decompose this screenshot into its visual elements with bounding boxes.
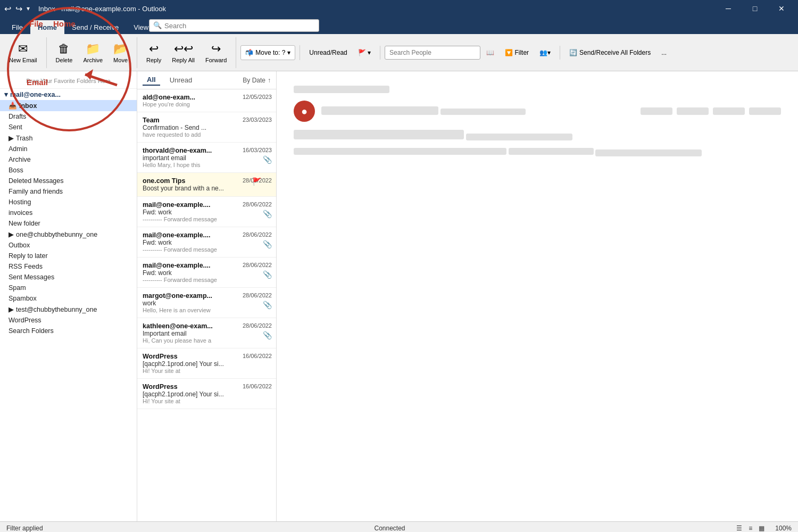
sidebar-item-search-folders[interactable]: Search Folders	[0, 326, 137, 336]
sidebar-item-admin[interactable]: Admin	[0, 144, 137, 154]
attachment-icon: 📎	[263, 210, 272, 218]
hosting-label: Hosting	[9, 198, 31, 206]
reply-all-button[interactable]: ↩↩ Reply All	[167, 37, 200, 68]
sidebar-item-sent[interactable]: Sent	[0, 122, 137, 132]
email-preview: Hope you're doing	[143, 101, 271, 107]
sidebar: Drag Your Favorite Folders Here ▾ mail@o…	[0, 71, 137, 521]
email-item[interactable]: thorvald@one-exam... important email Hel…	[137, 143, 276, 173]
action-btn-blurred-3	[713, 107, 745, 115]
search-people-input[interactable]	[385, 46, 480, 60]
email-item[interactable]: mail@one-example.... Fwd: work ---------…	[137, 197, 276, 227]
sidebar-item-trash[interactable]: ▶ Trash	[0, 132, 137, 144]
email-item[interactable]: mail@one-example.... Fwd: work ---------…	[137, 257, 276, 288]
zoom-level: 100%	[775, 525, 792, 532]
tab-home[interactable]: Home	[30, 20, 64, 34]
sidebar-item-wordpress[interactable]: WordPress	[0, 315, 137, 326]
email-item[interactable]: one.com Tips Boost your brand with a ne.…	[137, 173, 276, 197]
email-date: 28/06/2022	[243, 201, 272, 207]
sort-area[interactable]: By Date ↑	[243, 77, 271, 84]
sidebar-account-main[interactable]: ▾ mail@one-exa...	[0, 89, 137, 100]
reading-sender-row: ●	[294, 101, 781, 122]
email-preview: ---------- Forwarded message	[143, 246, 271, 253]
new-email-icon: ✉	[18, 42, 28, 56]
send-receive-all-button[interactable]: 🔄 Send/Receive All Folders	[564, 46, 655, 60]
archive-button[interactable]: 📁 Archive	[78, 37, 107, 68]
forward-label: Forward	[205, 57, 227, 63]
sidebar-item-outbox[interactable]: Outbox	[0, 240, 137, 251]
action-btn-blurred-1	[641, 107, 672, 115]
sidebar-item-inbox[interactable]: 📥 Inbox	[0, 100, 137, 111]
minimize-button[interactable]: ─	[716, 0, 741, 17]
sidebar-item-deleted-messages[interactable]: Deleted Messages	[0, 176, 137, 186]
view-icon-3[interactable]: ▦	[759, 525, 764, 532]
delete-button[interactable]: 🗑 Delete	[51, 37, 78, 68]
reply-group: ↩ Reply ↩↩ Reply All ↪ Forward	[142, 37, 236, 68]
archive-icon: 📁	[86, 42, 100, 56]
forward-button[interactable]: ↪ Forward	[201, 37, 231, 68]
view-icon-1[interactable]: ☰	[736, 525, 742, 532]
move-to-button[interactable]: 📬 Move to: ? ▾	[240, 45, 295, 60]
rss-feeds-label: RSS Feeds	[9, 263, 43, 270]
email-preview: Hello, Here is an overview	[143, 307, 271, 313]
view-icon-2[interactable]: ≡	[749, 525, 752, 532]
app-title: Inbox - mail@one-example.com - Outlook	[38, 5, 166, 13]
sidebar-item-boss[interactable]: Boss	[0, 165, 137, 176]
email-item[interactable]: WordPress [qacph2.1prod.one] Your si... …	[137, 379, 276, 409]
sidebar-item-rss-feeds[interactable]: RSS Feeds	[0, 261, 137, 272]
unread-read-button[interactable]: Unread/Read	[304, 46, 352, 60]
new-email-button[interactable]: ✉ New Email	[4, 37, 42, 68]
move-icon: 📂	[113, 42, 128, 56]
email-item[interactable]: margot@one-examp... work Hello, Here is …	[137, 288, 276, 318]
sidebar-item-hosting[interactable]: Hosting	[0, 197, 137, 207]
search-input[interactable]	[149, 19, 319, 32]
email-sender: mail@one-example....	[143, 231, 238, 239]
subject-blurred	[294, 130, 464, 139]
reply-all-icon: ↩↩	[174, 42, 193, 56]
sidebar-item-one-chubby[interactable]: ▶ one@chubbythebunny_one	[0, 229, 137, 240]
tab-send-receive[interactable]: Send / Receive	[64, 20, 126, 34]
maximize-button[interactable]: □	[743, 0, 767, 17]
flag-icon: 🚩	[358, 49, 366, 56]
test-chubby-expand-icon: ▶	[9, 305, 14, 313]
email-date: 12/05/2023	[243, 94, 272, 100]
email-sender: mail@one-example....	[143, 201, 238, 209]
archive-label: Archive	[83, 57, 103, 63]
reply-button[interactable]: ↩ Reply	[142, 37, 166, 68]
email-subject: [qacph2.1prod.one] Your si...	[143, 390, 271, 398]
quick-access-undo[interactable]: ↩	[4, 4, 11, 14]
sidebar-item-invoices[interactable]: invoices	[0, 207, 137, 218]
email-item[interactable]: kathleen@one-exam... Important email Hi,…	[137, 318, 276, 348]
sidebar-item-test-chubby[interactable]: ▶ test@chubbythebunny_one	[0, 304, 137, 315]
sidebar-item-reply-later[interactable]: Reply to later	[0, 251, 137, 261]
sidebar-item-archive[interactable]: Archive	[0, 154, 137, 165]
reply-later-label: Reply to later	[9, 252, 48, 260]
email-item[interactable]: Team Confirmation - Send ... have reques…	[137, 112, 276, 143]
more-button[interactable]: ...	[656, 46, 671, 60]
email-item[interactable]: ald@one-exam... Hope you're doing 12/05/…	[137, 89, 276, 112]
status-group: Unread/Read 🚩 ▾	[304, 46, 380, 60]
sidebar-item-spambox[interactable]: Spambox	[0, 293, 137, 304]
close-button[interactable]: ✕	[769, 0, 794, 17]
quick-access-redo[interactable]: ↪	[15, 4, 22, 14]
sidebar-item-sent-messages[interactable]: Sent Messages	[0, 272, 137, 282]
email-preview: Hi, Can you please have a	[143, 337, 271, 344]
people-button[interactable]: 👥▾	[535, 46, 555, 60]
flag-button[interactable]: 🚩 ▾	[353, 46, 376, 60]
quick-access-customize[interactable]: ▾	[27, 5, 30, 12]
flag-icon: 🚩	[252, 177, 261, 186]
sidebar-item-family-friends[interactable]: Family and friends	[0, 186, 137, 197]
email-item[interactable]: WordPress [qacph2.1prod.one] Your si... …	[137, 348, 276, 379]
email-sender: one.com Tips	[143, 177, 238, 185]
tab-file[interactable]: File	[4, 20, 30, 34]
move-button[interactable]: 📂 Move	[109, 37, 132, 68]
email-item[interactable]: mail@one-example.... Fwd: work ---------…	[137, 227, 276, 257]
address-book-button[interactable]: 📖	[481, 46, 499, 60]
filter-all-button[interactable]: All	[143, 74, 160, 86]
title-bar: ↩ ↪ ▾ Inbox - mail@one-example.com - Out…	[0, 0, 798, 17]
filter-button[interactable]: 🔽 Filter	[500, 46, 534, 60]
sidebar-item-new-folder[interactable]: New folder	[0, 218, 137, 229]
sidebar-item-drafts[interactable]: Drafts	[0, 111, 137, 122]
filter-unread-button[interactable]: Unread	[165, 75, 197, 85]
to-field-blurred	[466, 134, 572, 140]
sidebar-item-spam[interactable]: Spam	[0, 282, 137, 293]
